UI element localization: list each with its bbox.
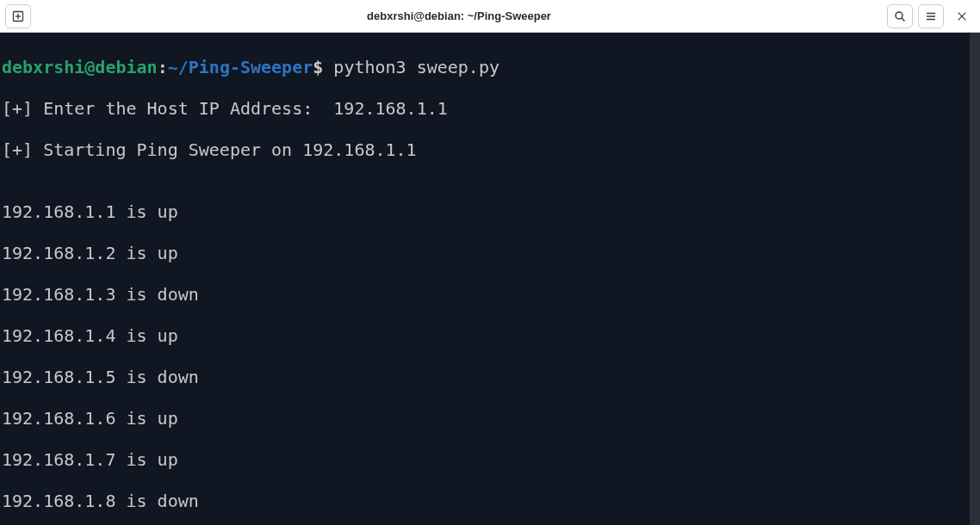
- prompt-path: ~/Ping-Sweeper: [168, 57, 313, 77]
- terminal-line: 192.168.1.4 is up: [2, 325, 978, 346]
- search-button[interactable]: [887, 4, 913, 28]
- svg-line-4: [902, 18, 905, 22]
- close-button[interactable]: [949, 4, 975, 28]
- terminal-line: 192.168.1.2 is up: [2, 243, 978, 263]
- terminal-line: debxrshi@debian:~/Ping-Sweeper$ python3 …: [2, 57, 978, 77]
- command-text: python3 sweep.py: [323, 57, 499, 77]
- prompt-colon: :: [158, 57, 168, 77]
- titlebar-right: [887, 4, 975, 28]
- scrollbar[interactable]: [970, 33, 980, 525]
- terminal-line: 192.168.1.1 is up: [2, 201, 978, 222]
- terminal-line: 192.168.1.5 is down: [2, 367, 978, 387]
- terminal-line: 192.168.1.3 is down: [2, 284, 978, 305]
- terminal-line: 192.168.1.7 is up: [2, 449, 978, 470]
- terminal-window: debxrshi@debian: ~/Ping-Sweeper: [0, 0, 980, 525]
- hamburger-icon: [924, 9, 938, 23]
- terminal-line: [+] Enter the Host IP Address: 192.168.1…: [2, 98, 978, 119]
- prompt-symbol: $: [313, 57, 323, 77]
- prompt-user: debxrshi@debian: [2, 57, 158, 77]
- new-tab-icon: [11, 9, 25, 23]
- terminal-line: 192.168.1.6 is up: [2, 408, 978, 429]
- search-icon: [893, 9, 907, 23]
- svg-point-3: [896, 12, 902, 19]
- new-tab-button[interactable]: [5, 4, 31, 28]
- close-icon: [956, 10, 968, 22]
- titlebar: debxrshi@debian: ~/Ping-Sweeper: [0, 0, 980, 33]
- window-title: debxrshi@debian: ~/Ping-Sweeper: [36, 9, 882, 22]
- terminal-line: [+] Starting Ping Sweeper on 192.168.1.1: [2, 139, 978, 160]
- terminal-line: 192.168.1.8 is down: [2, 491, 978, 511]
- menu-button[interactable]: [918, 4, 944, 28]
- terminal-area[interactable]: debxrshi@debian:~/Ping-Sweeper$ python3 …: [0, 33, 980, 525]
